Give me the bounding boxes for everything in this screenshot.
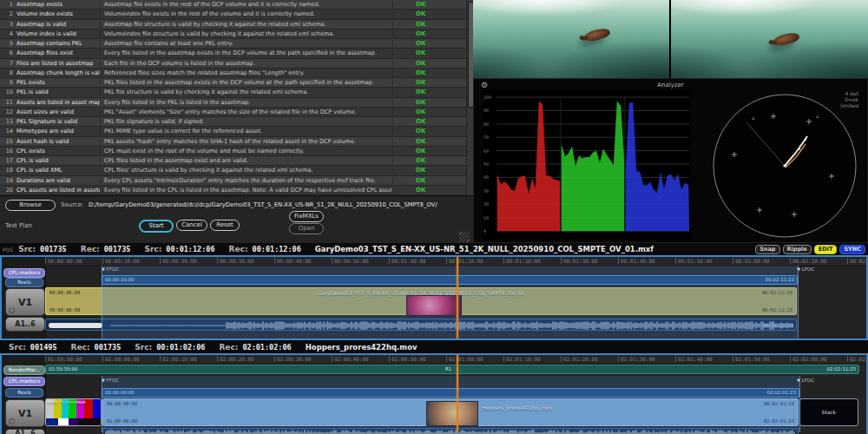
rec-count-label: Rec:	[71, 343, 90, 352]
active-clip-name: GaryDemo03_TST_S_EN-XX_US-NR_51_2K_NULL_…	[315, 245, 755, 253]
ruler-tick: 00:01:30:00	[561, 258, 598, 264]
validation-row[interactable]: 12Asset sizes are validPKL "Asset" eleme…	[0, 108, 466, 117]
cell: PKL file signature is valid, if signed.	[100, 118, 392, 125]
validation-row[interactable]: 15Asset hash is validPKL assets "hash" e…	[0, 137, 466, 147]
track-cpl-markers[interactable]: CPL:markers	[3, 268, 45, 278]
rendermarks-bar[interactable]: 01:59:50:00 R1 02:02:11:23	[45, 365, 859, 374]
playhead[interactable]	[457, 257, 458, 339]
open-button[interactable]: Open	[289, 223, 324, 234]
cell: PKL exists	[16, 79, 100, 86]
cell: PKL "Asset" elements "Size" entry matche…	[100, 108, 392, 115]
validation-row[interactable]: 4Volume index is validVolumeindex file s…	[0, 30, 466, 39]
cancel-button[interactable]: Cancel	[176, 220, 207, 231]
track-lock-icon	[9, 418, 15, 424]
validation-row[interactable]: 18CPL is valid XMLCPL files' structure i…	[0, 166, 466, 175]
cell: PKL assets "hash" entry matches the SHA-…	[100, 138, 392, 145]
cell: 16	[0, 148, 16, 155]
svg-text:50: 50	[483, 161, 489, 167]
rec-count-label: Rec:	[81, 245, 100, 253]
cell: 5	[0, 40, 16, 47]
ruler-tick: 02:02:00:00	[790, 356, 827, 362]
cell: 2	[0, 10, 16, 17]
pos-label: POS	[3, 247, 13, 253]
rec-tc-label: Rec:	[219, 343, 238, 352]
ruler-tick: 00:02:10:00	[790, 258, 827, 264]
validation-row[interactable]: 17CPL is validCPL files listed in the as…	[0, 156, 466, 166]
validation-row[interactable]: 20CPL assets are listed in assetmapEvery…	[0, 186, 466, 195]
sync-button[interactable]: SYNC	[839, 245, 865, 254]
timeline-2: 01:59:50:0002:00:00:0002:00:10:0002:00:2…	[0, 353, 868, 434]
cell: Every file listed in the PKL is listed i…	[100, 99, 392, 106]
cell: Assetmap file contains at least one PKL …	[100, 40, 392, 47]
selection-region	[102, 376, 800, 432]
start-button[interactable]: Start	[139, 220, 174, 233]
cell: CPL files' structure is valid by checkin…	[100, 167, 392, 174]
ruler-tick: 02:00:40:00	[332, 356, 369, 362]
audio-head-bar	[49, 323, 102, 328]
vectorscope-readout: 4 out0=oklimited	[840, 90, 858, 108]
cell: Asset hash is valid	[16, 138, 100, 145]
status-badge: OK	[392, 167, 466, 174]
track-audio-button[interactable]: A1..6	[5, 429, 45, 434]
validation-row[interactable]: 16CPL existsCPL must exist in the root o…	[0, 147, 466, 156]
src-count-label: Src:	[18, 245, 36, 253]
cell: PKL files listed in the assetmap exists …	[100, 79, 392, 86]
source-label: Source:	[61, 201, 83, 208]
ruler-tick: 02:01:10:00	[503, 356, 541, 362]
validation-row[interactable]: 3Assetmap is validAssetmap file structur…	[0, 20, 466, 30]
track-v1-button[interactable]: V1	[5, 288, 45, 316]
validation-row[interactable]: 2Volume index existsVolumeindex file exi…	[0, 10, 466, 19]
svg-text:80: 80	[483, 122, 489, 127]
validation-row[interactable]: 13PKL Signature is validPKL file signatu…	[0, 117, 466, 127]
track-reels[interactable]: Reels	[5, 278, 43, 287]
ruler-tick: 00:00:10:00	[102, 258, 140, 264]
validation-row[interactable]: 10PKL is validPKL file structure is vali…	[0, 88, 466, 97]
validation-row[interactable]: 19Durations are validEvery CPL assets "I…	[0, 176, 466, 186]
status-badge: OK	[392, 30, 466, 37]
transport-bar-1: POS Src: 001735 Rec: 001735 Src: 00:01:1…	[0, 243, 868, 255]
rec-count: 001735	[95, 343, 122, 352]
validation-row[interactable]: 11Assets are listed in asset mapEvery fi…	[0, 98, 466, 108]
track-cpl-markers[interactable]: CPL:markers	[3, 377, 45, 386]
validation-row[interactable]: 6Assetmap files existEvery file listed i…	[0, 49, 466, 58]
browse-button[interactable]: Browse	[5, 200, 56, 211]
src-count-label: Src:	[9, 343, 26, 352]
validation-row[interactable]: 1Assetmap existsAssetmap file exists in …	[0, 0, 466, 10]
src-tc-label: Src:	[144, 245, 161, 253]
cell: CPL is valid	[16, 157, 100, 164]
resize-grip-icon[interactable]	[459, 232, 470, 242]
lfoc-marker[interactable]: ▼ LFOC	[797, 266, 814, 272]
ruler-tick: 00:01:40:00	[618, 258, 655, 264]
cell: Mimetypes are valid	[16, 128, 100, 135]
validator-controls: Browse Source: D:/temp/GaryDemo03/genera…	[0, 195, 473, 245]
src-timecode: 00:01:02:06	[156, 343, 205, 352]
track-v1-button[interactable]: V1	[5, 399, 45, 427]
track-rendermarks[interactable]: RenderMar...	[3, 365, 45, 375]
fixmxls-button[interactable]: FixMXLs	[289, 211, 324, 222]
cell: 18	[0, 167, 16, 174]
validation-row[interactable]: 14Mimetypes are validPKL MIME type value…	[0, 127, 466, 136]
validation-row[interactable]: 8Assetmap chunk length is validReference…	[0, 69, 466, 78]
timeline-ruler: 01:59:50:0002:00:00:0002:00:10:0002:00:2…	[45, 355, 866, 365]
snap-button[interactable]: Snap	[755, 245, 779, 254]
edit-mode-button[interactable]: EDIT	[814, 245, 838, 254]
black-clip[interactable]: black	[799, 398, 858, 426]
colorbar-clip[interactable]: SMPTE_TV_COLORBAR	[45, 398, 102, 426]
validation-row[interactable]: 9PKL existsPKL files listed in the asset…	[0, 78, 466, 88]
ruler-tick: 02:00:30:00	[274, 356, 312, 362]
crawfish-subject	[773, 30, 800, 48]
status-badge: OK	[392, 99, 466, 106]
playhead[interactable]	[457, 355, 458, 432]
reset-button[interactable]: Reset	[210, 220, 240, 231]
validation-row[interactable]: 5Assetmap contains PKLAssetmap file cont…	[0, 39, 466, 49]
ruler-tick: 02:01:20:00	[561, 356, 598, 362]
track-reels[interactable]: Reels	[5, 388, 43, 398]
svg-text:20: 20	[483, 201, 489, 207]
ruler-tick: 02:00:50:00	[389, 356, 426, 362]
ripple-button[interactable]: Ripple	[783, 245, 812, 254]
track-audio-button[interactable]: A1..6	[5, 317, 45, 332]
cell: 9	[0, 79, 16, 86]
cell: Assetmap chunk length is valid	[16, 69, 100, 76]
validation-row[interactable]: 7Files are listed in assetmapEach file i…	[0, 59, 466, 69]
active-clip-name: Hoppers_prores422hq.mov	[306, 343, 868, 352]
